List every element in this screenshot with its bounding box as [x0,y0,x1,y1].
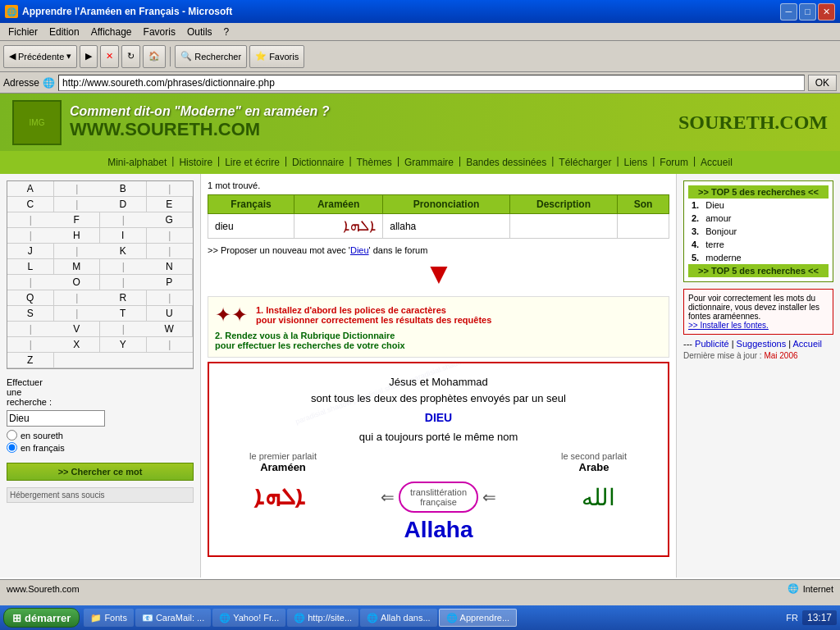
nav-forum[interactable]: Forum [655,155,693,170]
folder-icon: 📁 [90,613,102,623]
menu-affichage[interactable]: Affichage [86,25,137,39]
home-icon: 🏠 [148,51,160,62]
letter-v[interactable]: V [54,322,101,337]
col-description: Description [509,195,617,214]
letter-z[interactable]: Z [7,353,54,368]
letter-p[interactable]: P [147,275,194,290]
taskbar-item-fonts[interactable]: 📁 Fonts [84,609,134,627]
install-text: Pour voir correctement les mots du dicti… [688,294,829,321]
letter-a[interactable]: A [7,181,54,197]
menu-edition[interactable]: Edition [44,25,84,39]
pub-publicite[interactable]: Publicité [695,339,729,349]
letter-q[interactable]: Q [7,290,54,306]
back-button[interactable]: ◀ Précédente ▾ [3,45,77,68]
start-button[interactable]: ⊞ démarrer [3,608,80,628]
nav-telecharger[interactable]: Télécharger [554,155,616,170]
radio-soureth: en soureth [7,430,194,441]
letter-j[interactable]: J [7,244,54,259]
address-input[interactable] [58,75,805,91]
menu-fichier[interactable]: Fichier [3,25,43,39]
letter-i[interactable]: I [100,228,147,244]
center-content: 1 mot trouvé. Français Araméen Prononcia… [201,174,676,578]
search-section: Effectuer une recherche : en soureth en … [7,377,194,481]
letter-g[interactable]: G [147,212,194,228]
title-bar: 🌐 Apprendre l'Araméen en Français - Micr… [0,0,840,23]
letter-x[interactable]: X [54,337,101,353]
menu-help[interactable]: ? [219,25,235,39]
status-left: www.Soureth.com [7,584,80,594]
nav-histoire[interactable]: Histoire [174,155,217,170]
letter-f[interactable]: F [54,212,101,228]
result-count: 1 mot trouvé. [208,180,669,190]
install-link[interactable]: >> Installer les fontes. [688,321,769,330]
letter-w[interactable]: W [147,322,194,337]
taskbar-item-site[interactable]: 🌐 http://site... [287,609,358,627]
close-button[interactable]: ✕ [818,3,835,21]
letter-k[interactable]: K [100,244,147,259]
web-icon-2: 🌐 [294,613,305,623]
letter-d[interactable]: D [100,197,147,212]
install-box: Pour voir correctement les mots du dicti… [683,289,833,335]
nav-dictionnaire[interactable]: Dictionnaire [287,155,349,170]
letter-n[interactable]: N [147,259,194,275]
instructions-box: ✦✦ 1. Installez d'abord les polices de c… [208,296,669,358]
pub-separator: --- [683,339,695,349]
arabic-text: الله [541,484,655,511]
app-icon: 🌐 [5,5,18,18]
menu-favoris[interactable]: Favoris [139,25,180,39]
search-button[interactable]: 🔍 Rechercher [175,45,247,68]
favorites-button[interactable]: ⭐ Favoris [249,45,304,68]
nav-themes[interactable]: Thèmes [352,155,397,170]
pub-accueil[interactable]: Accueil [793,339,822,349]
letter-l[interactable]: L [7,259,54,275]
nav-grammaire[interactable]: Grammaire [399,155,459,170]
taskbar-item-apprendre[interactable]: 🌐 Apprendre... [439,609,518,627]
allaha-row: Allaha [221,517,655,543]
menu-outils[interactable]: Outils [182,25,217,39]
site-nav: Mini-alphabet | Histoire | Lire et écrir… [0,151,840,174]
refresh-button[interactable]: ↻ [121,45,140,68]
tray-clock: 13:17 [802,610,837,625]
nav-accueil[interactable]: Accueil [696,155,737,170]
letter-t[interactable]: T [100,306,147,322]
nav-liens[interactable]: Liens [619,155,653,170]
nav-bd[interactable]: Bandes dessinées [461,155,551,170]
letter-c[interactable]: C [7,197,54,212]
top5-item-4: 4. terre [688,238,829,251]
letter-u[interactable]: U [147,306,194,322]
nav-lire[interactable]: Lire et écrire [220,155,285,170]
web-icon-3: 🌐 [367,613,378,623]
nav-mini-alphabet[interactable]: Mini-alphabet [103,155,171,170]
letter-s[interactable]: S [7,306,54,322]
letter-o[interactable]: O [54,275,101,290]
pub-suggestions[interactable]: Suggestions [737,339,787,349]
go-button[interactable]: OK [808,75,837,91]
minimize-button[interactable]: ─ [780,3,797,21]
arrow-decoration: ▲ [208,259,669,294]
letter-y[interactable]: Y [100,337,147,353]
search-button[interactable]: >> Chercher ce mot [7,463,194,481]
radio-group: en soureth en français [7,430,194,453]
taskbar-item-allah[interactable]: 🌐 Allah dans... [360,609,437,627]
arameen-text: ܐܠܗܐ [221,484,336,511]
forward-button[interactable]: ▶ [80,45,98,68]
search-input[interactable] [7,410,105,427]
taskbar-item-caramail[interactable]: 📧 CaraMail: ... [135,609,211,627]
home-button[interactable]: 🏠 [143,45,166,68]
suggest-anchor[interactable]: Dieu [350,245,369,255]
maximize-button[interactable]: □ [799,3,816,21]
top5-item-2: 2. amour [688,212,829,225]
radio-francais-input[interactable] [7,442,17,453]
letter-h[interactable]: H [54,228,101,244]
radio-soureth-input[interactable] [7,430,17,441]
arrow-left-icon: ⇐ [381,487,395,507]
inst-step1b: pour visionner correctement les résultat… [256,315,491,325]
letter-r[interactable]: R [100,290,147,306]
separator1 [170,47,171,66]
letter-b[interactable]: B [100,181,147,197]
letter-e[interactable]: E [147,197,194,212]
address-icon: 🌐 [43,77,55,89]
taskbar-item-yahoo[interactable]: 🌐 Yahoo! Fr... [212,609,285,627]
stop-button[interactable]: ✕ [100,45,119,68]
letter-m[interactable]: M [54,259,101,275]
